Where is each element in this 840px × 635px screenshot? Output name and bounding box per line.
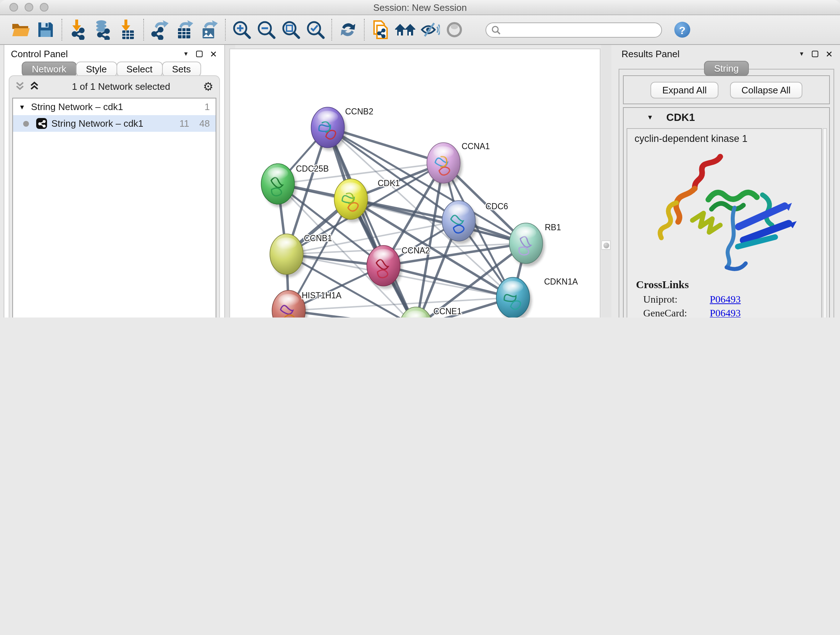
toolbar-separator [143, 19, 144, 41]
node-label-CCNA2: CCNA2 [401, 246, 430, 255]
toolbar-separator [332, 19, 332, 41]
network-row-label: String Network – cdk1 [51, 118, 143, 129]
node-label-CDK1: CDK1 [378, 179, 400, 188]
node-label-CCNE1: CCNE1 [433, 307, 462, 316]
network-canvas[interactable]: CCNB2CCNA1CDC25BCDK1CDC6RB1CCNB1CCNA2CDK… [230, 49, 600, 318]
network-collection-label: String Network – cdk1 [31, 101, 123, 112]
tab-style[interactable]: Style [76, 62, 117, 77]
node-label-CDC25B: CDC25B [296, 164, 329, 173]
open-session-icon[interactable] [9, 18, 33, 41]
node-CCNA2[interactable]: CCNA2 [367, 245, 430, 289]
main-toolbar: ? [0, 15, 840, 45]
results-panel-title: Results Panel [622, 49, 679, 59]
right-splitter[interactable] [601, 45, 611, 318]
zoom-in-icon[interactable] [229, 18, 254, 41]
toolbar-separator [364, 19, 365, 41]
crosslinks-list: Uniprot:P06493GeneCard:P06493Compartment… [627, 294, 821, 318]
network-selection-summary: 1 of 1 Network selected [39, 81, 203, 92]
crosslink-row: Uniprot:P06493 [643, 294, 821, 306]
network-tab-content: 1 of 1 Network selected ⚙ ▼ String Netwo… [9, 75, 220, 318]
node-CCNA1[interactable]: CCNA1 [427, 141, 490, 186]
collapse-all-button[interactable]: Collapse All [730, 81, 802, 98]
node-label-RB1: RB1 [545, 223, 561, 232]
network-collection-count: 1 [205, 101, 210, 112]
gene-description: cyclin-dependent kinase 1 [635, 133, 821, 144]
collapse-all-icon[interactable] [15, 81, 25, 91]
import-network-database-icon[interactable] [90, 18, 115, 41]
results-panel-collapse-icon[interactable]: ▼ [799, 51, 805, 57]
gene-entry: ▼ CDK1 cyclin-dependent kinase 1 [623, 107, 830, 318]
import-network-file-icon[interactable] [66, 18, 90, 41]
node-RB1[interactable]: RB1 [509, 223, 561, 266]
node-label-HIST1H1A: HIST1H1A [302, 291, 342, 300]
node-HIST1H1A[interactable]: HIST1H1A [272, 290, 342, 318]
network-edge-count: 48 [199, 118, 210, 129]
gene-details: cyclin-dependent kinase 1 [627, 128, 822, 318]
expand-all-button[interactable]: Expand All [651, 81, 718, 98]
crosslink-label: GeneCard: [643, 308, 710, 318]
network-bullet-icon [23, 120, 29, 126]
network-collection-row[interactable]: ▼ String Network – cdk1 1 [13, 98, 216, 115]
control-panel-title: Control Panel [11, 49, 68, 59]
toolbar-separator [62, 19, 62, 41]
network-view: CCNB2CCNA1CDC25BCDK1CDC6RB1CCNB1CCNA2CDK… [229, 49, 600, 318]
zoom-selected-icon[interactable] [303, 18, 328, 41]
expand-all-icon[interactable] [30, 81, 39, 91]
first-neighbors-icon[interactable] [393, 18, 417, 41]
export-table-icon[interactable] [172, 18, 197, 41]
node-label-CCNA1: CCNA1 [462, 141, 490, 151]
refresh-icon[interactable] [336, 18, 360, 41]
network-row[interactable]: String Network – cdk1 11 48 [13, 115, 216, 132]
control-panel-collapse-icon[interactable]: ▼ [183, 51, 189, 57]
right-splitter-handle[interactable] [601, 241, 611, 250]
control-panel-tabs: NetworkStyleSelectSets [22, 62, 201, 77]
tab-sets[interactable]: Sets [162, 62, 201, 77]
network-type-icon [36, 118, 47, 129]
zoom-fit-icon[interactable] [279, 18, 303, 41]
import-table-icon[interactable] [115, 18, 140, 41]
control-panel-float-icon[interactable] [196, 51, 202, 57]
help-icon[interactable]: ? [674, 22, 690, 38]
title-bar: Session: New Session [0, 0, 840, 15]
tree-expand-icon[interactable]: ▼ [19, 103, 25, 111]
gene-symbol: CDK1 [666, 111, 695, 123]
node-label-CCNB1: CCNB1 [304, 233, 332, 243]
crosslink-row: GeneCard:P06493 [643, 308, 821, 318]
network-options-gear-icon[interactable]: ⚙ [203, 79, 213, 93]
control-panel-close-icon[interactable]: ✕ [210, 49, 217, 59]
node-label-CCNB2: CCNB2 [345, 107, 373, 116]
node-CDKN1A[interactable]: CDKN1A [496, 277, 578, 318]
tab-string[interactable]: String [704, 61, 749, 76]
save-session-icon[interactable] [33, 18, 58, 41]
control-panel: Control Panel ▼ ✕ NetworkStyleSelectSets… [4, 45, 225, 318]
search-icon [491, 25, 501, 35]
tab-network[interactable]: Network [22, 62, 76, 77]
crosslink-label: Uniprot: [643, 294, 710, 306]
export-network-icon[interactable] [148, 18, 172, 41]
results-scrollbar[interactable] [823, 128, 827, 318]
crosslink-link[interactable]: P06493 [710, 294, 741, 306]
node-label-CDKN1A: CDKN1A [544, 277, 578, 287]
network-node-count: 11 [180, 118, 189, 129]
node-CCNB2[interactable]: CCNB2 [311, 107, 373, 150]
toolbar-separator [225, 19, 226, 41]
results-panel-close-icon[interactable]: ✕ [826, 49, 833, 59]
show-all-icon[interactable] [442, 18, 467, 41]
gene-collapse-icon[interactable]: ▼ [647, 114, 653, 121]
network-list: ▼ String Network – cdk1 1 String Network… [12, 98, 216, 318]
string-results-content: Expand All Collapse All ▼ CDK1 cyclin-de… [619, 69, 834, 318]
results-panel: Results Panel ▼ ✕ String Expand All Coll… [616, 45, 837, 318]
results-panel-float-icon[interactable] [812, 51, 818, 57]
clone-network-icon[interactable] [368, 18, 393, 41]
application-window: Session: New Session [0, 0, 840, 318]
node-CDC25B[interactable]: CDC25B [261, 164, 329, 207]
window-title: Session: New Session [0, 2, 840, 13]
tab-select[interactable]: Select [116, 62, 163, 77]
hide-selected-icon[interactable] [417, 18, 442, 41]
crosslink-link[interactable]: P06493 [710, 308, 741, 318]
search-input[interactable] [485, 22, 662, 37]
node-label-CDC6: CDC6 [485, 202, 508, 211]
zoom-out-icon[interactable] [254, 18, 279, 41]
crosslinks-title: CrossLinks [636, 279, 821, 291]
export-image-icon[interactable] [197, 18, 221, 41]
